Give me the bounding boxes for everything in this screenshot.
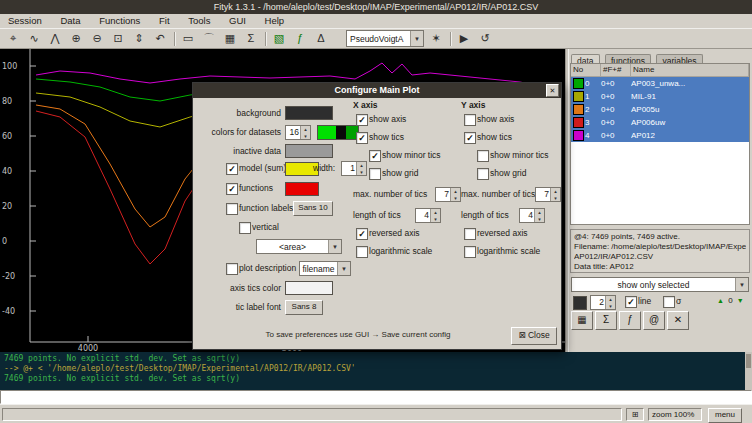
point-color-swatch[interactable] (573, 296, 587, 310)
x-reversed-checkbox[interactable]: ✓ (356, 228, 368, 240)
y-show-axis-checkbox[interactable] (464, 114, 476, 126)
x-show-grid-checkbox[interactable] (369, 168, 381, 180)
plot-config-icon[interactable]: ▧ (269, 29, 289, 48)
table-row[interactable]: 4 0+0 AP012 (571, 129, 749, 142)
pointer-mode-icon[interactable]: ⌖ (3, 29, 23, 48)
shift-control[interactable]: ▲ 0 ▼ (717, 296, 744, 305)
chevron-down-icon[interactable]: ▼ (328, 240, 341, 253)
menu-fit[interactable]: Fit (151, 14, 178, 28)
model-checkbox[interactable]: ✓ (226, 163, 238, 175)
label-content-dropdown[interactable]: <area> ▼ (256, 239, 342, 254)
x-max-tics-spinner[interactable]: 7 ▴▾ (435, 187, 461, 202)
zoom-indicator[interactable]: zoom 100% (648, 408, 702, 421)
guess-peak-icon[interactable]: Δ (311, 29, 331, 48)
chevron-down-icon[interactable]: ▼ (337, 262, 350, 275)
baseline-icon[interactable]: ⌒ (199, 29, 219, 48)
functions-color-swatch[interactable] (285, 182, 319, 196)
spinner-arrows[interactable]: ▴▾ (430, 209, 440, 222)
table-row[interactable]: 0 0+0 AP003_unwa... (571, 77, 749, 90)
point-size-spinner[interactable]: 2 ▴▾ (590, 295, 616, 310)
table-row[interactable]: 2 0+0 AP005u (571, 103, 749, 116)
tic-font-button[interactable]: Sans 8 (285, 300, 323, 315)
spinner-arrows[interactable]: ▴▾ (605, 296, 615, 309)
background-color-swatch[interactable] (285, 106, 333, 120)
dataset-color-chip[interactable] (573, 91, 584, 102)
y-max-tics-spinner[interactable]: 7 ▴▾ (535, 187, 561, 202)
menu-session[interactable]: Session (0, 14, 50, 28)
table-row[interactable]: 3 0+0 AP006uw (571, 116, 749, 129)
delete-dataset-icon[interactable]: ✕ (667, 311, 689, 330)
zoom-previous-icon[interactable]: ↶ (150, 29, 170, 48)
statusbar-menu-button[interactable]: menu (708, 408, 742, 423)
vertical-checkbox[interactable] (239, 222, 251, 234)
dataset-palette-preview[interactable] (317, 125, 359, 140)
add-peak-mode-icon[interactable]: ⋀ (45, 29, 65, 48)
x-minor-tics-checkbox[interactable]: ✓ (369, 150, 381, 162)
y-show-grid-checkbox[interactable] (477, 168, 489, 180)
new-dataset-icon[interactable]: ▦ (220, 29, 240, 48)
zoom-out-icon[interactable]: ⊖ (87, 29, 107, 48)
zoom-all-icon[interactable]: ⊡ (108, 29, 128, 48)
zoom-in-icon[interactable]: ⊕ (66, 29, 86, 48)
y-reversed-checkbox[interactable] (464, 228, 476, 240)
command-input[interactable] (0, 390, 752, 404)
close-button[interactable]: ⊠ Close (511, 327, 557, 345)
dataset-color-chip[interactable] (573, 130, 584, 141)
sum-view-icon[interactable]: Σ (241, 29, 261, 48)
spinner-arrows[interactable]: ▴▾ (356, 162, 366, 175)
plot-description-checkbox[interactable] (226, 263, 238, 275)
spinner-arrows[interactable]: ▴▾ (534, 209, 544, 222)
line-checkbox[interactable]: ✓ (625, 296, 637, 308)
shift-down-icon[interactable]: ▼ (737, 297, 744, 304)
functions-checkbox[interactable]: ✓ (226, 183, 238, 195)
menu-help[interactable]: Help (257, 14, 293, 28)
y-log-checkbox[interactable] (464, 246, 476, 258)
sum-datasets-icon[interactable]: Σ (595, 311, 617, 330)
grid-icon[interactable]: ⊞ (626, 408, 644, 421)
add-function-icon[interactable]: ƒ (290, 29, 310, 48)
dataset-colors-spinner[interactable]: 16 ▴▾ (285, 125, 311, 140)
peak-type-dropdown[interactable]: PseudoVoigtA ▼ (346, 30, 424, 47)
menu-functions[interactable]: Functions (91, 14, 148, 28)
plot-description-dropdown[interactable]: filename ▼ (299, 261, 351, 276)
show-filter-dropdown[interactable]: show only selected ▼ (571, 277, 749, 292)
data-range-icon[interactable]: ∿ (24, 29, 44, 48)
dataset-color-chip[interactable] (573, 78, 584, 89)
console-scrollbar[interactable] (745, 352, 752, 390)
label-font-button[interactable]: Sans 10 (293, 201, 333, 216)
menu-tools[interactable]: Tools (180, 14, 218, 28)
menu-data[interactable]: Data (52, 14, 88, 28)
menu-gui[interactable]: GUI (221, 14, 254, 28)
spinner-arrows[interactable]: ▴▾ (450, 188, 460, 201)
inactive-color-swatch[interactable] (285, 144, 333, 158)
axis-tics-color-swatch[interactable] (285, 281, 333, 295)
dataset-color-chip[interactable] (573, 117, 584, 128)
table-row[interactable]: 1 0+0 MIL-91 (571, 90, 749, 103)
shift-up-icon[interactable]: ▲ (717, 297, 724, 304)
x-log-checkbox[interactable] (356, 246, 368, 258)
dataset-color-chip[interactable] (573, 104, 584, 115)
dialog-close-icon[interactable]: ✕ (546, 84, 559, 97)
x-tic-length-spinner[interactable]: 4 ▴▾ (415, 208, 441, 223)
zoom-vertical-icon[interactable]: ⇕ (129, 29, 149, 48)
x-show-tics-checkbox[interactable]: ✓ (356, 132, 368, 144)
chevron-down-icon[interactable]: ▼ (410, 31, 423, 46)
function-labels-checkbox[interactable] (226, 203, 238, 215)
spinner-arrows[interactable]: ▴▾ (300, 126, 310, 139)
y-show-tics-checkbox[interactable]: ✓ (464, 132, 476, 144)
undo-fit-icon[interactable]: ↺ (475, 29, 495, 48)
chevron-down-icon[interactable]: ▼ (735, 278, 748, 291)
spinner-arrows[interactable]: ▴▾ (550, 188, 560, 201)
scrollbar-thumb[interactable] (746, 354, 751, 368)
model-width-spinner[interactable]: 1 ▴▾ (341, 161, 367, 176)
sigma-checkbox[interactable] (663, 296, 675, 308)
auto-add-icon[interactable]: ✶ (426, 29, 446, 48)
run-fit-icon[interactable]: ▶ (454, 29, 474, 48)
edit-data-icon[interactable]: ▦ (571, 311, 593, 330)
y-tic-length-spinner[interactable]: 4 ▴▾ (519, 208, 545, 223)
dataset-ops-icon[interactable]: @ (643, 311, 665, 330)
transform-data-icon[interactable]: ƒ (619, 311, 641, 330)
y-minor-tics-checkbox[interactable] (477, 150, 489, 162)
x-show-axis-checkbox[interactable]: ✓ (356, 114, 368, 126)
data-load-icon[interactable]: ▭ (178, 29, 198, 48)
